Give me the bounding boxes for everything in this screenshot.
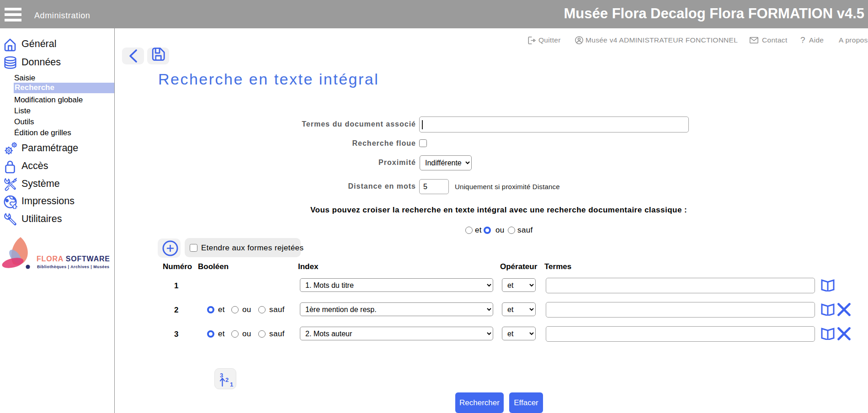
svg-text:2: 2 (225, 376, 229, 383)
svg-text:3: 3 (220, 372, 223, 379)
svg-text:1: 1 (230, 381, 233, 387)
svg-text:Bibliothèques | Archives | Mus: Bibliothèques | Archives | Musées (37, 265, 109, 269)
svg-text:FLORA SOFTWARE: FLORA SOFTWARE (37, 255, 110, 263)
